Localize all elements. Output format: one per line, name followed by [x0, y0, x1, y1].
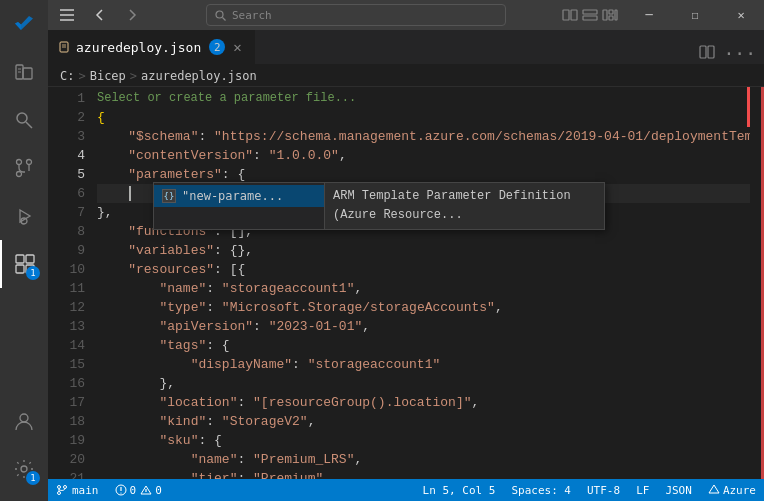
svg-rect-29: [615, 10, 617, 20]
warning-icon: [140, 484, 152, 496]
svg-point-6: [17, 160, 22, 165]
code-line: "$schema": "https://schema.management.az…: [97, 127, 764, 146]
svg-rect-13: [16, 265, 24, 273]
autocomplete-detail: ARM Template Parameter Definition (Azure…: [324, 183, 604, 229]
svg-rect-23: [571, 10, 577, 20]
status-branch[interactable]: main: [48, 479, 107, 501]
tab-file-icon: [58, 41, 70, 53]
code-line: "sku": {: [97, 431, 764, 450]
svg-point-16: [21, 466, 27, 472]
svg-rect-1: [23, 68, 32, 79]
svg-point-20: [216, 11, 223, 18]
code-line: "name": "Premium_LRS",: [97, 450, 764, 469]
svg-rect-24: [583, 10, 597, 14]
status-eol[interactable]: LF: [628, 484, 657, 497]
explorer-icon[interactable]: [0, 48, 48, 96]
svg-marker-44: [709, 485, 719, 493]
code-line: "contentVersion": "1.0.0.0",: [97, 146, 764, 165]
svg-rect-12: [26, 255, 34, 263]
svg-point-4: [17, 113, 27, 123]
code-line: "kind": "StorageV2",: [97, 412, 764, 431]
code-line: "type": "Microsoft.Storage/storageAccoun…: [97, 298, 764, 317]
activity-bar: 1 1: [0, 0, 48, 501]
tab-modified-badge: 2: [209, 39, 225, 55]
code-line: "name": "storageaccount1",: [97, 279, 764, 298]
status-azure[interactable]: Azure: [700, 484, 764, 497]
breadcrumb-sep2: >: [130, 69, 137, 83]
extensions-badge: 1: [26, 266, 40, 280]
extensions-icon[interactable]: 1: [0, 240, 48, 288]
svg-point-7: [27, 160, 32, 165]
breadcrumb-file[interactable]: azuredeploy.json: [141, 69, 257, 83]
editor-area: azuredeploy.json 2 ✕ ··· C: > Bicep > az…: [48, 30, 764, 479]
svg-point-35: [58, 486, 61, 489]
error-icon: [115, 484, 127, 496]
svg-rect-28: [609, 16, 613, 20]
code-line: "apiVersion": "2023-01-01",: [97, 317, 764, 336]
code-editor[interactable]: 1 2 3 4 5 6 7 8 9 10 11 12 13 14 15 16 1…: [48, 87, 764, 479]
settings-icon[interactable]: 1: [0, 445, 48, 493]
account-icon[interactable]: [0, 397, 48, 445]
autocomplete-item-text: "new-parame...: [182, 187, 283, 206]
code-line: },: [97, 374, 764, 393]
svg-point-15: [20, 414, 28, 422]
code-line: "resources": [{: [97, 260, 764, 279]
status-warning-count: 0: [155, 484, 162, 497]
status-error-count: 0: [130, 484, 137, 497]
autocomplete-list: {} "new-parame...: [154, 183, 324, 229]
split-editor-button[interactable]: [699, 44, 715, 64]
layout-icon-1[interactable]: [562, 9, 578, 21]
svg-rect-27: [609, 10, 613, 14]
window-maximize-button[interactable]: ☐: [672, 0, 718, 30]
autocomplete-item[interactable]: {} "new-parame...: [154, 185, 324, 207]
line-numbers: 1 2 3 4 5 6 7 8 9 10 11 12 13 14 15 16 1…: [48, 87, 93, 479]
layout-icon-2[interactable]: [582, 9, 598, 21]
tab-close-button[interactable]: ✕: [231, 37, 243, 57]
code-content: Select or create a parameter file... { "…: [93, 87, 764, 479]
hamburger-menu[interactable]: [52, 0, 82, 30]
svg-rect-26: [603, 10, 607, 20]
scrollbar[interactable]: [750, 87, 764, 479]
svg-line-21: [223, 17, 226, 20]
status-cursor[interactable]: Ln 5, Col 5: [415, 484, 504, 497]
breadcrumb-c[interactable]: C:: [60, 69, 74, 83]
window-close-button[interactable]: ✕: [718, 0, 764, 30]
search-bar: Search: [150, 4, 562, 26]
status-encoding[interactable]: UTF-8: [579, 484, 628, 497]
code-line: "tier": "Premium": [97, 469, 764, 479]
svg-rect-33: [700, 46, 706, 58]
tab-azuredeploy[interactable]: azuredeploy.json 2 ✕: [48, 30, 255, 64]
run-debug-icon[interactable]: [0, 192, 48, 240]
breadcrumb-bicep[interactable]: Bicep: [90, 69, 126, 83]
svg-point-36: [64, 486, 67, 489]
code-line: "displayName": "storageaccount1": [97, 355, 764, 374]
vscode-logo-icon: [0, 0, 48, 48]
autocomplete-item-icon: {}: [162, 189, 176, 203]
source-control-icon[interactable]: [0, 144, 48, 192]
status-errors[interactable]: 0 0: [107, 479, 170, 501]
forward-button[interactable]: [118, 1, 146, 29]
svg-rect-25: [583, 16, 597, 20]
svg-point-37: [58, 492, 61, 495]
search-activity-icon[interactable]: [0, 96, 48, 144]
breadcrumb-sep1: >: [78, 69, 85, 83]
more-actions-button[interactable]: ···: [723, 43, 756, 64]
status-right: Ln 5, Col 5 Spaces: 4 UTF-8 LF JSON Azur…: [415, 484, 764, 497]
window-minimize-button[interactable]: ─: [626, 0, 672, 30]
back-button[interactable]: [86, 1, 114, 29]
layout-icon-3[interactable]: [602, 9, 618, 21]
azure-icon: [708, 484, 720, 496]
status-spaces[interactable]: Spaces: 4: [503, 484, 579, 497]
search-container[interactable]: Search: [206, 4, 506, 26]
title-bar: Search ─ ☐ ✕: [48, 0, 764, 30]
status-language[interactable]: JSON: [657, 484, 700, 497]
hint-line: Select or create a parameter file...: [97, 89, 764, 108]
search-magnifier-icon: [215, 10, 226, 21]
code-line: {: [97, 108, 764, 127]
search-label: Search: [232, 9, 272, 22]
svg-rect-34: [708, 46, 714, 58]
tab-bar: azuredeploy.json 2 ✕ ···: [48, 30, 764, 65]
status-branch-label: main: [72, 484, 99, 497]
status-bar: main 0 0 Ln 5, Col 5 Spaces: 4 UTF-8 LF …: [48, 479, 764, 501]
tab-filename: azuredeploy.json: [76, 40, 201, 55]
